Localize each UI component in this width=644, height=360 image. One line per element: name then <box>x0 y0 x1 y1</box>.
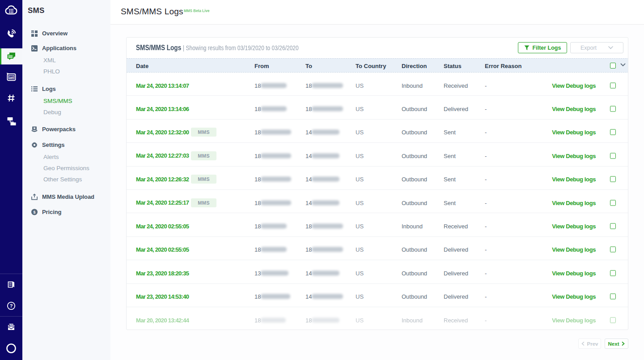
svg-text:SIP: SIP <box>9 76 13 79</box>
svg-text:$: $ <box>34 210 36 214</box>
svg-text:?: ? <box>10 303 13 309</box>
svg-text:$: $ <box>9 324 10 326</box>
